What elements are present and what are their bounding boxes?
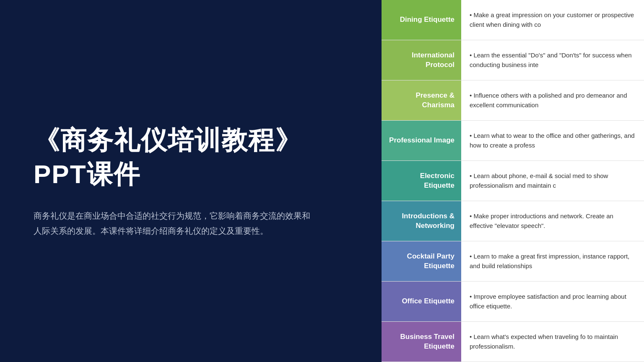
- list-item: Cocktail Party Etiquette• Learn to make …: [382, 241, 644, 282]
- item-label: Electronic Etiquette: [382, 161, 461, 201]
- item-description: • Learn what to wear to the office and o…: [461, 121, 644, 160]
- list-item: Introductions & Networking• Make proper …: [382, 201, 644, 241]
- left-panel: 《商务礼仪培训教程》 PPT课件 商务礼仪是在商业场合中合适的社交行为规范，它影…: [0, 0, 382, 362]
- item-label: Presence & Charisma: [382, 80, 461, 120]
- item-label: Introductions & Networking: [382, 201, 461, 241]
- right-panel: Dining Etiquette• Make a great impressio…: [382, 0, 644, 362]
- title-line1: 《商务礼仪培训教程》: [34, 126, 302, 155]
- item-description: • Improve employee satisfaction and proc…: [461, 282, 644, 321]
- item-label: International Protocol: [382, 40, 461, 80]
- item-label: Cocktail Party Etiquette: [382, 241, 461, 281]
- list-item: Professional Image• Learn what to wear t…: [382, 121, 644, 161]
- item-description: • Learn about phone, e-mail & social med…: [461, 161, 644, 201]
- item-description: • Make a great impression on your custom…: [461, 0, 644, 40]
- item-description: • Make proper introductions and network.…: [461, 201, 644, 241]
- item-description: • Learn what's expected when traveling f…: [461, 322, 644, 362]
- list-item: Electronic Etiquette• Learn about phone,…: [382, 161, 644, 201]
- list-item: Presence & Charisma• Influence others wi…: [382, 80, 644, 121]
- item-label: Professional Image: [382, 121, 461, 160]
- desc-line2: 人际关系的发展。本课件将详细介绍商务礼仪的定义及重要性。: [34, 226, 268, 235]
- description: 商务礼仪是在商业场合中合适的社交行为规范，它影响着商务交流的效果和 人际关系的发…: [34, 208, 335, 238]
- desc-line1: 商务礼仪是在商业场合中合适的社交行为规范，它影响着商务交流的效果和: [34, 211, 310, 220]
- list-item: Dining Etiquette• Make a great impressio…: [382, 0, 644, 40]
- item-label: Business Travel Etiquette: [382, 322, 461, 362]
- list-item: Business Travel Etiquette• Learn what's …: [382, 322, 644, 362]
- item-description: • Influence others with a polished and p…: [461, 80, 644, 120]
- list-item: International Protocol• Learn the essent…: [382, 40, 644, 80]
- item-label: Office Etiquette: [382, 282, 461, 321]
- title-line2: PPT课件: [34, 160, 140, 189]
- list-item: Office Etiquette• Improve employee satis…: [382, 282, 644, 322]
- main-title: 《商务礼仪培训教程》 PPT课件: [34, 124, 348, 191]
- item-description: • Learn the essential "Do's" and "Don'ts…: [461, 40, 644, 80]
- item-description: • Learn to make a great first impression…: [461, 241, 644, 281]
- item-label: Dining Etiquette: [382, 0, 461, 40]
